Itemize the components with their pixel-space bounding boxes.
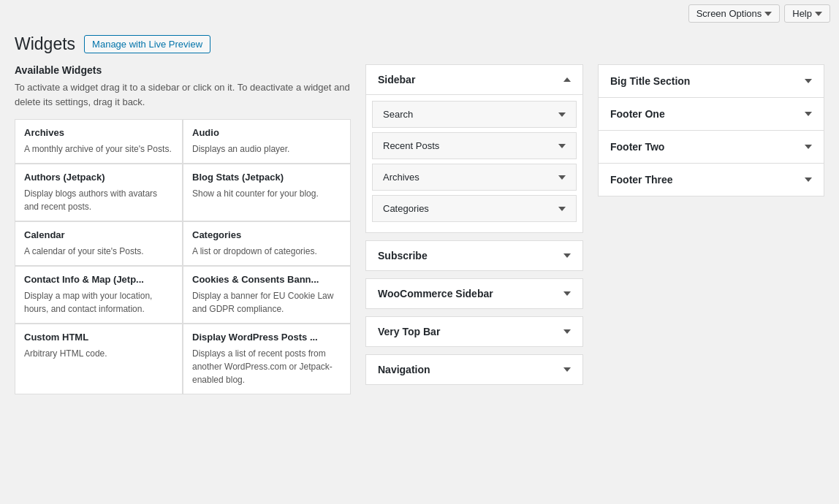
widget-grid: Archives A monthly archive of your site'…: [15, 119, 351, 394]
widget-item-desc: Displays an audio player.: [192, 142, 341, 156]
collapsed-panel-header[interactable]: Navigation: [366, 355, 582, 384]
footer-panel-title: Footer Two: [610, 141, 664, 153]
widget-item[interactable]: Cookies & Consents Bann... Display a ban…: [183, 266, 351, 324]
footer-panel-title: Footer One: [610, 108, 665, 120]
footer-panel-title: Big Title Section: [610, 75, 690, 87]
footer-areas: Big Title Section Footer One Footer Two …: [598, 64, 824, 394]
screen-options-label: Screen Options: [696, 8, 762, 19]
widget-slot-name: Search: [383, 109, 413, 120]
widget-item[interactable]: Display WordPress Posts ... Displays a l…: [183, 324, 351, 394]
footer-panel-header[interactable]: Big Title Section: [599, 65, 824, 97]
footer-panel-header[interactable]: Footer One: [599, 98, 824, 130]
widget-item-desc: Displays a list of recent posts from ano…: [192, 347, 341, 386]
footer-panel: Footer Three: [598, 163, 824, 196]
collapsed-panel-title: Very Top Bar: [378, 326, 440, 337]
footer-panel-title: Footer Three: [610, 174, 673, 186]
collapsed-sidebar-panel: WooCommerce Sidebar: [365, 278, 583, 309]
page-title: Widgets: [15, 34, 75, 54]
collapsed-panel-chevron-icon: [563, 253, 571, 258]
sidebar-panel-title: Sidebar: [378, 74, 415, 85]
screen-options-chevron-icon: [764, 12, 772, 16]
widget-item-desc: A list or dropdown of categories.: [192, 245, 341, 258]
widget-item-name: Custom HTML: [24, 332, 173, 343]
footer-panel: Big Title Section: [598, 64, 824, 97]
widget-item[interactable]: Categories A list or dropdown of categor…: [183, 221, 351, 266]
live-preview-button[interactable]: Manage with Live Preview: [84, 35, 210, 53]
collapsed-panel-header[interactable]: WooCommerce Sidebar: [366, 279, 582, 308]
footer-panel: Footer Two: [598, 130, 824, 163]
collapsed-panel-title: Navigation: [378, 364, 430, 375]
collapsed-sidebar-panel: Navigation: [365, 354, 583, 385]
widget-slot-chevron-icon: [558, 207, 566, 211]
collapsed-panel-title: Subscribe: [378, 250, 428, 261]
collapsed-panel-title: WooCommerce Sidebar: [378, 288, 493, 299]
widget-slot-name: Recent Posts: [383, 140, 439, 151]
collapsed-panel-header[interactable]: Very Top Bar: [366, 317, 582, 346]
collapsed-sidebar-panel: Subscribe: [365, 240, 583, 271]
top-bar: Screen Options Help: [0, 0, 839, 27]
sidebar-panel-header[interactable]: Sidebar: [366, 65, 582, 94]
widget-item-name: Audio: [192, 127, 341, 138]
widget-item-desc: Show a hit counter for your blog.: [192, 187, 341, 200]
footer-panel-chevron-icon: [805, 112, 812, 116]
widget-item[interactable]: Archives A monthly archive of your site'…: [15, 119, 183, 164]
available-widgets-description: To activate a widget drag it to a sideba…: [15, 80, 351, 109]
sidebar-panel: Sidebar Search Recent Posts Archives Cat…: [365, 64, 583, 233]
widget-slot-name: Categories: [383, 203, 429, 214]
widget-item-desc: Display a map with your location, hours,…: [24, 289, 173, 316]
widget-item-name: Contact Info & Map (Jetp...: [24, 274, 173, 285]
help-label: Help: [792, 8, 812, 19]
widget-item-name: Calendar: [24, 229, 173, 240]
widget-item-desc: Display a banner for EU Cookie Law and G…: [192, 289, 341, 316]
widget-item[interactable]: Calendar A calendar of your site's Posts…: [15, 221, 183, 266]
widget-item-name: Authors (Jetpack): [24, 172, 173, 183]
sidebar-areas: Sidebar Search Recent Posts Archives Cat…: [351, 64, 598, 394]
widget-item[interactable]: Blog Stats (Jetpack) Show a hit counter …: [183, 164, 351, 221]
widget-item-name: Archives: [24, 127, 173, 138]
widget-item[interactable]: Contact Info & Map (Jetp... Display a ma…: [15, 266, 183, 324]
widget-item[interactable]: Custom HTML Arbitrary HTML code.: [15, 324, 183, 394]
widget-item-name: Cookies & Consents Bann...: [192, 274, 341, 285]
collapsed-panel-chevron-icon: [563, 291, 571, 296]
collapsed-sidebar-panel: Very Top Bar: [365, 316, 583, 347]
main-layout: Available Widgets To activate a widget d…: [0, 64, 839, 394]
collapsed-panel-chevron-icon: [563, 367, 571, 372]
widget-slot-name: Archives: [383, 172, 420, 183]
widget-item-desc: Display blogs authors with avatars and r…: [24, 187, 173, 213]
footer-panel-chevron-icon: [805, 79, 812, 83]
available-widgets-heading: Available Widgets: [15, 64, 351, 76]
collapsed-panel-header[interactable]: Subscribe: [366, 241, 582, 270]
widget-item[interactable]: Audio Displays an audio player.: [183, 119, 351, 164]
footer-panel-chevron-icon: [805, 145, 812, 149]
sidebar-widget-slot[interactable]: Search: [372, 101, 577, 128]
footer-panel-chevron-icon: [805, 177, 812, 182]
widget-item-name: Categories: [192, 229, 341, 240]
widget-slot-chevron-icon: [558, 175, 566, 180]
other-sidebar-panels: Subscribe WooCommerce Sidebar Very Top B…: [365, 240, 583, 385]
widget-item-name: Blog Stats (Jetpack): [192, 172, 341, 183]
sidebar-panel-content: Search Recent Posts Archives Categories: [366, 94, 582, 232]
collapsed-panel-chevron-icon: [563, 329, 571, 334]
widget-item[interactable]: Authors (Jetpack) Display blogs authors …: [15, 164, 183, 221]
available-widgets-panel: Available Widgets To activate a widget d…: [15, 64, 351, 394]
page-header: Widgets Manage with Live Preview: [0, 27, 839, 64]
widget-item-desc: A calendar of your site's Posts.: [24, 245, 173, 258]
footer-panel-header[interactable]: Footer Two: [599, 131, 824, 163]
widget-item-desc: Arbitrary HTML code.: [24, 347, 173, 360]
widget-slot-chevron-icon: [558, 112, 566, 117]
screen-options-button[interactable]: Screen Options: [688, 4, 781, 23]
widget-item-name: Display WordPress Posts ...: [192, 332, 341, 343]
help-button[interactable]: Help: [784, 4, 830, 23]
help-chevron-icon: [815, 12, 822, 16]
footer-panel: Footer One: [598, 97, 824, 130]
widget-slot-chevron-icon: [558, 144, 566, 148]
widget-item-desc: A monthly archive of your site's Posts.: [24, 142, 173, 156]
sidebar-widget-slot[interactable]: Recent Posts: [372, 132, 577, 159]
footer-panel-header[interactable]: Footer Three: [599, 164, 824, 196]
sidebar-widget-slot[interactable]: Categories: [372, 195, 577, 222]
sidebar-chevron-icon: [563, 77, 571, 82]
sidebar-widget-slot[interactable]: Archives: [372, 164, 577, 191]
